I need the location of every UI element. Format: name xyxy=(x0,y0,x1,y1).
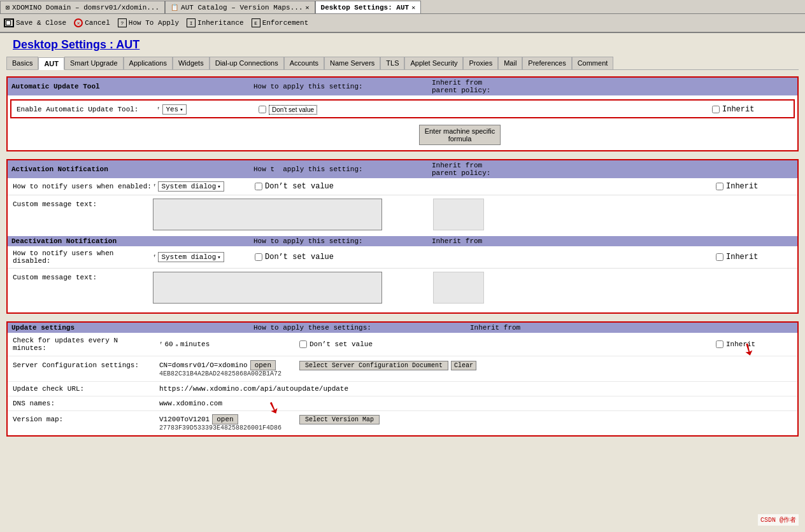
desktop-settings-close-icon[interactable]: ✕ xyxy=(411,4,415,11)
activation-notify-dropdown[interactable]: System dialog ▾ xyxy=(158,181,224,192)
deactivation-inherit-header: Inherit from xyxy=(432,237,794,245)
dns-value: www.xdomino.com xyxy=(159,400,792,407)
aut-inherit-col: Inherit xyxy=(712,105,788,114)
server-config-value-area: CN=domsrv01/O=xdomino open xyxy=(159,360,299,370)
activation-how-to-apply: How to apply this setting: xyxy=(253,165,432,173)
tab-proxies[interactable]: Proxies xyxy=(463,57,498,69)
version-map-open-button[interactable]: open xyxy=(212,414,238,424)
deactivation-inherit-checkbox[interactable] xyxy=(716,253,723,261)
tab-preferences[interactable]: Preferences xyxy=(522,57,571,69)
activation-dont-set-label: Don’t set value xyxy=(265,182,334,191)
toolbar: Save & Close ✕ Cancel ? How To Apply I I… xyxy=(0,14,805,33)
aut-enable-label: Enable Automatic Update Tool: xyxy=(17,106,157,113)
deactivation-custom-msg-label: Custom message text: xyxy=(13,272,153,281)
window-tab-aut-catalog[interactable]: 📋 AUT Catalog – Version Maps... ✕ xyxy=(165,1,315,13)
cancel-button[interactable]: ✕ Cancel xyxy=(74,18,110,27)
tab-dialup[interactable]: Dial-up Connections xyxy=(210,57,284,69)
csdn-watermark: CSDN @作者 xyxy=(758,514,799,526)
deactivation-dont-set-checkbox[interactable] xyxy=(255,253,262,261)
dns-label: DNS names: xyxy=(13,400,159,407)
activation-header: Activation Notification xyxy=(11,165,253,173)
aut-how-to-apply-header: How to apply this setting: xyxy=(253,83,432,90)
activation-inherit-col: Inherit xyxy=(716,182,792,191)
tab-applications[interactable]: Applications xyxy=(124,57,173,69)
tab-widgets[interactable]: Widgets xyxy=(173,57,210,69)
check-updates-apply-col: Don’t set value ➘ xyxy=(299,340,716,348)
inheritance-icon: I xyxy=(187,18,196,27)
check-updates-inherit-checkbox[interactable] xyxy=(716,340,723,348)
aut-inherit-header: Inherit from parent policy: xyxy=(432,79,794,94)
deactivation-notify-dropdown[interactable]: System dialog ▾ xyxy=(158,252,224,262)
update-url-label: Update check URL: xyxy=(13,385,159,393)
tab-comment[interactable]: Comment xyxy=(572,57,614,69)
activation-inherit-checkbox[interactable] xyxy=(716,183,723,190)
window-tab-xdomino[interactable]: ⊠ XDOMINO Domain – domsrv01/xdomin... xyxy=(0,1,165,13)
version-map-label: Version map: xyxy=(13,416,159,423)
activation-custom-msg-input[interactable] xyxy=(153,199,382,230)
how-to-apply-icon: ? xyxy=(118,18,127,27)
window-tab-desktop-settings[interactable]: Desktop Settings: AUT ✕ xyxy=(315,1,422,13)
deactivation-header: Deactivation Notification xyxy=(11,237,253,245)
activation-notify-value-area: ᶠ System dialog ▾ xyxy=(153,181,255,192)
tab-accounts[interactable]: Accounts xyxy=(284,57,324,69)
deactivation-custom-msg-area xyxy=(153,272,382,306)
page-title: Desktop Settings : AUT xyxy=(6,38,799,52)
check-updates-dont-set-checkbox[interactable] xyxy=(299,340,307,348)
tab-tls[interactable]: TLS xyxy=(380,57,404,69)
tab-mail[interactable]: Mail xyxy=(498,57,522,69)
deactivation-notify-value-area: ᶠ System dialog ▾ xyxy=(153,252,255,262)
activation-notify-label: How to notify users when enabled: xyxy=(13,183,153,190)
deactivation-section: Deactivation Notification How to apply t… xyxy=(8,236,797,312)
enforcement-icon: E xyxy=(252,18,260,27)
inheritance-button[interactable]: I Inheritance xyxy=(187,18,244,27)
aut-section-header: Automatic Update Tool xyxy=(11,83,253,90)
tab-name-servers[interactable]: Name Servers xyxy=(324,57,380,69)
activation-deactivation-wrapper: Activation Notification How to apply thi… xyxy=(6,159,799,314)
deactivation-custom-msg-input[interactable] xyxy=(153,272,382,304)
cancel-icon: ✕ xyxy=(74,18,83,27)
aut-catalog-close-icon[interactable]: ✕ xyxy=(306,4,310,11)
aut-apply-col: Don’t set value xyxy=(259,105,712,115)
server-config-open-button[interactable]: open xyxy=(250,360,276,370)
update-settings-section: Update settings How to apply these setti… xyxy=(6,321,799,437)
tab-basics[interactable]: Basics xyxy=(6,57,38,69)
save-close-button[interactable]: Save & Close xyxy=(4,18,66,27)
enter-formula-button[interactable]: Enter machine specific formula xyxy=(419,125,501,145)
server-config-hash: 4EB82C31B4A2BAD24825868A002B1A72 xyxy=(13,370,792,380)
main-content: Desktop Settings : AUT Basics AUT Smart … xyxy=(0,33,805,532)
aut-enable-value-area: ᶠ Yes ▾ xyxy=(157,104,259,115)
update-section-header: Update settings xyxy=(11,324,253,332)
aut-dropdown-arrow: ▾ xyxy=(180,106,183,113)
tab-aut[interactable]: AUT xyxy=(38,57,64,70)
enforcement-button[interactable]: E Enforcement xyxy=(252,18,309,27)
aut-dont-set-btn[interactable]: Don’t set value xyxy=(269,105,317,115)
deactivation-apply-col: Don’t set value xyxy=(255,253,716,262)
check-updates-label: Check for updates every N minutes: xyxy=(13,337,159,352)
nav-tabs: Basics AUT Smart Upgrade Applications Wi… xyxy=(6,57,799,70)
aut-catalog-tab-icon: 📋 xyxy=(171,4,178,11)
clear-server-config-button[interactable]: Clear xyxy=(451,361,476,370)
activation-dont-set-checkbox[interactable] xyxy=(255,183,262,190)
select-version-map-button[interactable]: Select Version Map xyxy=(299,415,380,424)
deactivation-notify-label: How to notify users when disabled: xyxy=(13,249,153,265)
activation-apply-col: Don’t set value xyxy=(255,182,716,191)
activation-dropdown-arrow: ▾ xyxy=(217,183,220,190)
window-tab-bar: ⊠ XDOMINO Domain – domsrv01/xdomin... 📋 … xyxy=(0,0,805,14)
aut-section: Automatic Update Tool How to apply this … xyxy=(6,76,799,151)
activation-inherit-header: Inherit fromparent policy: xyxy=(432,162,794,177)
tab-applet-security[interactable]: Applet Security xyxy=(404,57,463,69)
tab-smart-upgrade[interactable]: Smart Upgrade xyxy=(64,57,124,69)
update-how-to-apply-header: How to apply these settings: xyxy=(253,324,470,332)
aut-inherit-checkbox[interactable] xyxy=(712,106,720,113)
activation-section: Activation Notification How to apply thi… xyxy=(8,160,797,236)
version-map-value-area: V1200ToV1201 open xyxy=(159,414,299,424)
aut-enable-dropdown[interactable]: Yes ▾ xyxy=(162,104,186,115)
aut-dont-set-checkbox[interactable] xyxy=(259,106,266,113)
select-server-config-button[interactable]: Select Server Configuration Document xyxy=(299,361,448,370)
deactivation-dont-set-label: Don’t set value xyxy=(265,253,334,262)
update-url-value: https://www.xdomino.com/api/autoupdate/u… xyxy=(159,385,792,393)
update-inherit-header: Inherit from xyxy=(470,324,794,332)
how-to-apply-button[interactable]: ? How To Apply xyxy=(118,18,179,27)
xdomino-tab-label: XDOMINO Domain – domsrv01/xdomin... xyxy=(12,4,159,11)
version-map-hash: 27783F39D533393E48258826001F4D86 xyxy=(13,424,792,434)
